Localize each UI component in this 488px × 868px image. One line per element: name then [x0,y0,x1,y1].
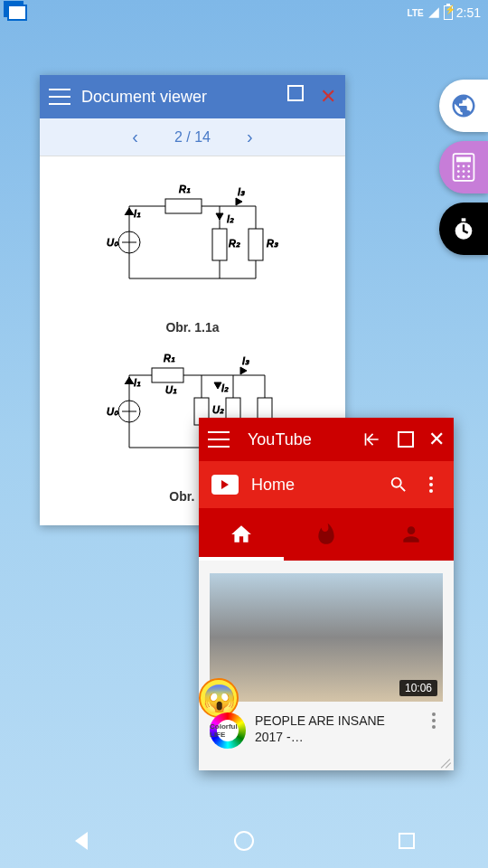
maximize-icon[interactable] [287,85,304,101]
video-more-options-icon[interactable] [425,712,443,729]
svg-point-47 [463,165,465,167]
svg-text:R₂: R₂ [229,238,240,249]
svg-point-46 [457,165,460,167]
svg-rect-43 [365,433,367,445]
svg-text:R₁: R₁ [164,353,174,363]
video-duration: 10:06 [399,680,437,696]
svg-rect-56 [462,218,466,222]
channel-avatar[interactable]: Colorful LIFE [210,712,246,749]
video-thumbnail[interactable]: 😱 10:06 [210,573,443,702]
back-arrow-icon[interactable] [361,430,383,448]
svg-point-50 [463,170,465,173]
fire-icon [314,523,338,546]
svg-rect-45 [456,157,471,163]
youtube-app-header: Home [199,461,454,508]
tab-trending[interactable] [284,508,369,561]
svg-text:I₂: I₂ [221,382,229,393]
home-icon [230,523,253,546]
figure-label-1: Obr. 1.1a [58,320,327,335]
recent-app-indicator-icon [7,5,27,21]
resize-handle-icon[interactable] [439,756,452,769]
svg-text:U₀: U₀ [107,237,118,248]
svg-text:U₀: U₀ [107,406,118,417]
svg-text:R₁: R₁ [179,184,190,194]
signal-icon [427,6,440,19]
svg-point-49 [457,170,460,173]
stopwatch-app-button[interactable] [439,203,488,255]
status-bar: LTE 2:51 [0,0,488,25]
svg-text:I₂: I₂ [227,213,234,224]
svg-text:U₂: U₂ [212,404,224,415]
video-title[interactable]: PEOPLE ARE INSANE 2017 -… [255,712,416,745]
svg-point-52 [457,175,460,178]
tab-home[interactable] [199,508,284,561]
video-list[interactable]: 😱 10:06 Colorful LIFE PEOPLE ARE INSANE … [199,561,454,761]
svg-point-51 [467,170,470,173]
page-indicator: 2 / 14 [174,129,211,146]
svg-rect-2 [165,199,202,213]
svg-rect-22 [152,368,183,382]
stopwatch-icon [451,216,476,241]
video-info: Colorful LIFE PEOPLE ARE INSANE 2017 -… [210,702,443,749]
globe-icon [450,92,477,119]
scream-emoji-icon: 😱 [199,678,239,718]
svg-point-53 [463,175,465,178]
window-title: YouTube [248,430,361,449]
person-icon [399,523,423,546]
youtube-tabs [199,508,454,561]
document-viewer-header: Document viewer ✕ [40,75,345,118]
youtube-logo-icon[interactable] [211,475,239,495]
lte-indicator: LTE [408,8,424,18]
close-icon[interactable]: ✕ [320,85,336,108]
section-title: Home [251,476,389,495]
battery-charging-icon [444,5,453,20]
chevron-right-icon[interactable]: › [247,127,253,147]
hamburger-menu-icon[interactable] [208,431,230,448]
calculator-icon [451,153,476,182]
page-navigation: ‹ 2 / 14 › [40,118,345,156]
svg-rect-6 [212,229,227,260]
calculator-app-button[interactable] [439,141,488,193]
svg-text:U₁: U₁ [165,384,176,395]
svg-text:I₃: I₃ [238,186,245,197]
browser-app-button[interactable] [439,80,488,132]
search-icon[interactable] [389,475,408,495]
hamburger-menu-icon[interactable] [49,89,70,105]
youtube-window[interactable]: YouTube ✕ Home 😱 10:06 Colorful LIFE PEO… [199,418,454,770]
svg-text:I₃: I₃ [242,355,249,366]
svg-text:R₃: R₃ [267,238,278,249]
svg-text:I₁: I₁ [134,377,140,388]
nav-recent-button[interactable] [393,827,420,854]
tab-account[interactable] [369,508,454,561]
close-icon[interactable]: ✕ [428,428,445,451]
window-title: Document viewer [81,88,287,107]
floating-app-dock [439,80,488,255]
youtube-window-header: YouTube ✕ [199,418,454,461]
svg-text:I₁: I₁ [134,208,140,219]
more-options-icon[interactable] [421,475,441,495]
clock-time: 2:51 [456,5,481,20]
maximize-icon[interactable] [398,431,414,448]
svg-point-48 [467,165,470,167]
nav-back-button[interactable] [68,827,95,854]
circuit-diagram-1: R₁ R₂ R₃ U₀ I₁ I₂ [58,175,327,335]
svg-rect-10 [249,229,263,260]
svg-point-54 [467,175,470,178]
nav-home-button[interactable] [230,827,258,854]
chevron-left-icon[interactable]: ‹ [132,127,138,147]
navigation-bar [0,814,488,868]
